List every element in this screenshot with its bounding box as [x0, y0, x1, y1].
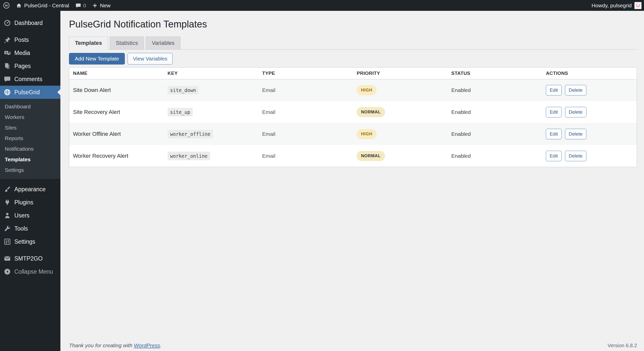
site-name-label: PulseGrid - Central [24, 3, 69, 9]
pulsegrid-submenu: Dashboard Workers Sites Reports Notifica… [0, 99, 60, 179]
plus-icon [92, 3, 98, 8]
toolbar: Add New Template View Variables [69, 53, 637, 65]
edit-button[interactable]: Edit [546, 151, 562, 161]
comments-count: 0 [83, 3, 86, 9]
footer-thanks: Thank you for creating with WordPress. [69, 342, 162, 348]
template-name: Site Down Alert [69, 79, 164, 101]
submenu-item-reports[interactable]: Reports [0, 133, 60, 144]
admin-footer: Thank you for creating with WordPress. V… [69, 342, 637, 348]
menu-separator [0, 248, 60, 252]
sidebar-item-appearance[interactable]: Appearance [0, 183, 60, 196]
pages-icon [4, 62, 11, 70]
submenu-item-notifications[interactable]: Notifications [0, 144, 60, 154]
nav-tabs: Templates Statistics Variables [69, 37, 637, 50]
column-header-priority: PRIORITY [353, 68, 447, 79]
comment-icon [4, 75, 11, 83]
submenu-item-dashboard[interactable]: Dashboard [0, 101, 60, 112]
svg-text:W: W [5, 4, 8, 7]
wrench-icon [4, 225, 11, 232]
edit-button[interactable]: Edit [546, 129, 562, 139]
column-header-key: KEY [164, 68, 258, 79]
sidebar-item-dashboard[interactable]: Dashboard [0, 16, 60, 29]
wordpress-logo-menu[interactable]: W [0, 0, 13, 11]
tab-templates[interactable]: Templates [69, 37, 108, 50]
column-header-status: STATUS [447, 68, 542, 79]
howdy-label: Howdy, pulsegrid [591, 3, 632, 9]
sidebar-item-label: PulseGrid [14, 89, 40, 96]
table-row: Site Recovery Alert site_up Email NORMAL… [69, 101, 637, 123]
template-status: Enabled [447, 123, 542, 145]
avatar [634, 2, 641, 9]
sidebar-item-tools[interactable]: Tools [0, 222, 60, 235]
templates-table: NAME KEY TYPE PRIORITY STATUS ACTIONS Si… [69, 68, 637, 167]
template-key: worker_offline [168, 130, 213, 138]
submenu-item-workers[interactable]: Workers [0, 112, 60, 122]
main-content: PulseGrid Notification Templates Templat… [60, 11, 644, 351]
sidebar-item-label: Tools [14, 225, 28, 232]
footer-thanks-prefix: Thank you for creating with [69, 342, 134, 348]
sidebar-item-label: Pages [14, 63, 31, 70]
tab-statistics[interactable]: Statistics [110, 37, 144, 49]
comments-bubble-link[interactable]: 0 [72, 0, 89, 11]
priority-badge: NORMAL [357, 107, 385, 117]
sidebar-item-media[interactable]: Media [0, 46, 60, 59]
collapse-menu-button[interactable]: Collapse Menu [0, 265, 60, 278]
sidebar-item-label: SMTP2GO [14, 255, 43, 262]
templates-table-card: NAME KEY TYPE PRIORITY STATUS ACTIONS Si… [69, 67, 637, 167]
sidebar-item-pages[interactable]: Pages [0, 59, 60, 73]
wordpress-link[interactable]: WordPress [134, 342, 160, 348]
template-status: Enabled [447, 101, 542, 123]
new-content-menu[interactable]: New [89, 0, 113, 11]
add-new-template-button[interactable]: Add New Template [69, 53, 125, 65]
sidebar-item-label: Appearance [14, 186, 46, 193]
home-icon [16, 3, 22, 9]
sidebar-item-posts[interactable]: Posts [0, 33, 60, 46]
template-type: Email [258, 123, 353, 145]
template-status: Enabled [447, 79, 542, 101]
sidebar-item-label: Settings [14, 238, 35, 245]
delete-button[interactable]: Delete [565, 85, 586, 95]
edit-button[interactable]: Edit [546, 85, 562, 95]
user-icon [4, 212, 11, 219]
sidebar-item-settings[interactable]: Settings [0, 235, 60, 248]
sidebar-item-plugins[interactable]: Plugins [0, 196, 60, 209]
tab-variables[interactable]: Variables [146, 37, 180, 49]
menu-separator [0, 29, 60, 33]
sliders-icon [4, 238, 11, 245]
sidebar-item-smtp2go[interactable]: SMTP2GO [0, 252, 60, 265]
brush-icon [4, 185, 11, 193]
plug-icon [4, 199, 11, 206]
media-icon [4, 49, 11, 57]
globe-icon [4, 88, 11, 96]
delete-button[interactable]: Delete [565, 151, 586, 161]
wordpress-logo-icon: W [3, 2, 10, 9]
view-variables-button[interactable]: View Variables [128, 53, 173, 65]
submenu-item-templates[interactable]: Templates [0, 154, 60, 165]
submenu-item-sites[interactable]: Sites [0, 122, 60, 133]
sidebar-item-users[interactable]: Users [0, 209, 60, 222]
template-key: site_down [168, 86, 199, 94]
new-label: New [100, 3, 110, 9]
submenu-item-settings[interactable]: Settings [0, 165, 60, 175]
template-type: Email [258, 101, 353, 123]
priority-badge: HIGH [357, 85, 376, 95]
delete-button[interactable]: Delete [565, 129, 586, 139]
edit-button[interactable]: Edit [546, 107, 562, 117]
sidebar-item-comments[interactable]: Comments [0, 73, 60, 86]
template-type: Email [258, 145, 353, 167]
wordpress-admin: W PulseGrid - Central 0 New Howdy, pulse… [0, 0, 644, 351]
sidebar-item-label: Dashboard [14, 20, 43, 26]
priority-badge: NORMAL [357, 151, 385, 161]
site-name-link[interactable]: PulseGrid - Central [13, 0, 72, 11]
sidebar-item-pulsegrid[interactable]: PulseGrid [0, 86, 60, 99]
footer-thanks-suffix: . [160, 342, 162, 348]
column-header-name: NAME [69, 68, 164, 79]
admin-sidebar: Dashboard Posts Media Pages [0, 11, 60, 351]
table-row: Worker Recovery Alert worker_online Emai… [69, 145, 637, 167]
template-name: Worker Recovery Alert [69, 145, 164, 167]
template-type: Email [258, 79, 353, 101]
template-name: Worker Offline Alert [69, 123, 164, 145]
table-row: Site Down Alert site_down Email HIGH Ena… [69, 79, 637, 101]
admin-bar-account[interactable]: Howdy, pulsegrid [591, 2, 644, 9]
delete-button[interactable]: Delete [565, 107, 586, 117]
